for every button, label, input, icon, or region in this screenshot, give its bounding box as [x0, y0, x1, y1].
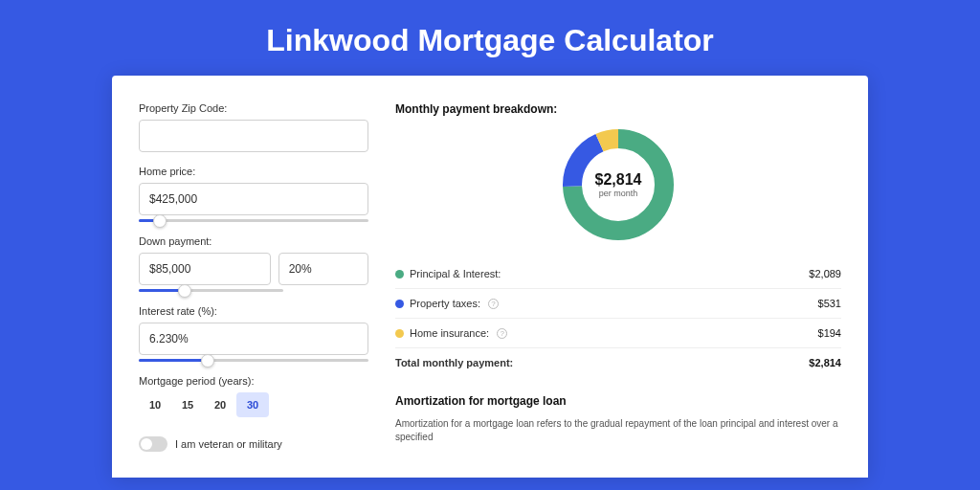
payment-donut-chart: $2,814 per month [561, 127, 676, 242]
price-label: Home price: [139, 166, 368, 177]
calculator-card: Property Zip Code: Home price: Down paym… [112, 76, 868, 478]
breakdown-heading: Monthly payment breakdown: [395, 102, 841, 116]
down-slider[interactable] [139, 289, 283, 292]
amortization-text: Amortization for a mortgage loan refers … [395, 417, 841, 444]
veteran-toggle[interactable] [139, 436, 167, 452]
rate-field-group: Interest rate (%): [139, 305, 368, 362]
amortization-section: Amortization for mortgage loan Amortizat… [395, 394, 841, 444]
rate-slider-thumb[interactable] [201, 354, 214, 368]
rate-slider-fill [139, 359, 208, 362]
dot-tax [395, 300, 404, 308]
legend-row-principal: Principal & Interest: $2,089 [395, 259, 841, 289]
legend-label-total: Total monthly payment: [395, 357, 513, 368]
down-slider-thumb[interactable] [178, 284, 191, 298]
donut-wrap: $2,814 per month [395, 127, 841, 242]
legend-row-insurance: Home insurance: ? $194 [395, 319, 841, 348]
amortization-title: Amortization for mortgage loan [395, 394, 841, 408]
down-field-group: Down payment: [139, 235, 368, 292]
rate-input[interactable] [139, 323, 368, 355]
dot-principal [395, 270, 404, 278]
rate-label: Interest rate (%): [139, 305, 368, 317]
legend-value-tax: $531 [818, 298, 841, 309]
period-btn-20[interactable]: 20 [204, 392, 236, 417]
price-slider-thumb[interactable] [153, 214, 167, 228]
donut-center: $2,814 per month [561, 127, 676, 242]
veteran-label: I am veteran or military [175, 438, 282, 450]
down-label: Down payment: [139, 235, 368, 247]
period-btn-30[interactable]: 30 [236, 392, 269, 417]
rate-slider[interactable] [139, 359, 368, 362]
period-buttons: 10 15 20 30 [139, 392, 368, 417]
legend-value-insurance: $194 [818, 327, 841, 339]
inputs-panel: Property Zip Code: Home price: Down paym… [139, 102, 368, 478]
price-field-group: Home price: [139, 166, 368, 222]
veteran-toggle-row: I am veteran or military [139, 436, 368, 452]
period-field-group: Mortgage period (years): 10 15 20 30 [139, 375, 368, 417]
legend-row-tax: Property taxes: ? $531 [395, 289, 841, 319]
legend-label-principal: Principal & Interest: [410, 268, 501, 279]
price-input[interactable] [139, 183, 368, 215]
breakdown-panel: Monthly payment breakdown: $2,814 per mo… [395, 102, 841, 478]
legend-value-total: $2,814 [809, 357, 841, 368]
dot-insurance [395, 329, 404, 338]
legend-label-insurance: Home insurance: [410, 327, 489, 339]
period-btn-10[interactable]: 10 [139, 392, 171, 417]
legend-label-tax: Property taxes: [410, 298, 480, 309]
zip-label: Property Zip Code: [139, 102, 368, 114]
info-icon[interactable]: ? [488, 299, 499, 309]
legend-value-principal: $2,089 [809, 268, 841, 279]
page-title: Linkwood Mortgage Calculator [0, 0, 980, 76]
zip-input[interactable] [139, 120, 368, 152]
down-percent-input[interactable] [278, 253, 368, 285]
info-icon[interactable]: ? [497, 328, 507, 339]
donut-sub: per month [599, 189, 638, 198]
down-amount-input[interactable] [139, 253, 271, 285]
price-slider[interactable] [139, 219, 368, 222]
legend-row-total: Total monthly payment: $2,814 [395, 348, 841, 377]
period-btn-15[interactable]: 15 [171, 392, 204, 417]
period-label: Mortgage period (years): [139, 375, 368, 387]
zip-field-group: Property Zip Code: [139, 102, 368, 152]
donut-amount: $2,814 [595, 171, 642, 189]
